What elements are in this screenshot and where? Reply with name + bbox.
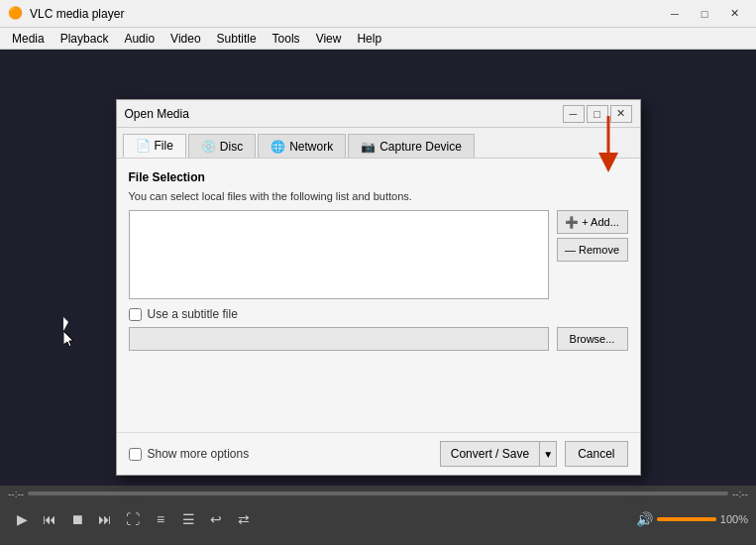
tab-disc[interactable]: 💿 Disc (188, 134, 256, 158)
arrow-indicator (589, 111, 628, 183)
file-list-area: ➕ + Add... — Remove (129, 210, 628, 299)
remove-button[interactable]: — Remove (557, 238, 628, 262)
app-title: VLC media player (30, 7, 661, 21)
extended-button[interactable]: ≡ (147, 507, 174, 531)
dialog-actions: Convert / Save ▼ Cancel (440, 441, 628, 467)
convert-save-arrow[interactable]: ▼ (539, 441, 557, 467)
dialog-title-bar: Open Media ─ □ ✕ (117, 100, 640, 128)
svg-marker-0 (63, 331, 73, 347)
subtitle-section: Use a subtitle file Browse... (129, 307, 628, 351)
tab-file-label: File (155, 139, 173, 153)
dialog-tabs: 📄 File 💿 Disc 🌐 Network 📷 Capture Device (117, 128, 640, 158)
convert-save-button[interactable]: Convert / Save (440, 441, 539, 467)
spacer (129, 351, 628, 420)
browse-button[interactable]: Browse... (557, 327, 628, 351)
shuffle-button[interactable]: ⇄ (230, 507, 258, 531)
close-button[interactable]: ✕ (720, 3, 748, 25)
skip-forward-button[interactable]: ⏭ (91, 507, 119, 531)
fullscreen-button[interactable]: ⛶ (119, 507, 147, 531)
volume-icon: 🔊 (636, 511, 653, 527)
remove-label: — Remove (565, 244, 619, 256)
menu-help[interactable]: Help (349, 30, 389, 48)
cancel-button[interactable]: Cancel (565, 441, 627, 467)
show-more-checkbox[interactable] (129, 448, 142, 461)
menu-view[interactable]: View (308, 30, 350, 48)
volume-percent: 100% (720, 513, 748, 525)
menu-audio[interactable]: Audio (116, 30, 162, 48)
time-elapsed: --:-- (8, 489, 24, 499)
subtitle-checkbox-row: Use a subtitle file (129, 307, 628, 321)
skip-back-button[interactable]: ⏮ (36, 507, 63, 531)
file-selection-heading: File Selection (129, 170, 628, 184)
show-more-label[interactable]: Show more options (148, 447, 250, 461)
subtitle-file-input[interactable] (129, 327, 549, 351)
subtitle-checkbox[interactable] (129, 308, 142, 321)
disc-tab-icon: 💿 (201, 140, 216, 154)
add-icon: ➕ (565, 216, 579, 229)
tab-capture-label: Capture Device (379, 140, 462, 154)
show-more-row: Show more options (129, 447, 250, 461)
menu-playback[interactable]: Playback (53, 30, 117, 48)
file-list-buttons: ➕ + Add... — Remove (557, 210, 628, 299)
tab-file[interactable]: 📄 File (123, 134, 186, 158)
menu-bar: Media Playback Audio Video Subtitle Tool… (0, 28, 756, 50)
file-list-box[interactable] (129, 210, 549, 299)
menu-tools[interactable]: Tools (265, 30, 308, 48)
open-media-dialog: Open Media ─ □ ✕ 📄 File 💿 Disc (116, 99, 641, 476)
volume-area: 🔊 100% (636, 511, 748, 527)
add-button[interactable]: ➕ + Add... (557, 210, 628, 234)
tab-network[interactable]: 🌐 Network (258, 134, 346, 158)
title-bar: 🟠 VLC media player ─ □ ✕ (0, 0, 756, 28)
progress-bar-area: --:-- --:-- (0, 486, 756, 501)
repeat-button[interactable]: ↩ (202, 507, 230, 531)
controls-row: ▶ ⏮ ⏹ ⏭ ⛶ ≡ ☰ ↩ ⇄ 🔊 100% (0, 501, 756, 537)
tab-capture[interactable]: 📷 Capture Device (348, 134, 475, 158)
dialog-minimize-button[interactable]: ─ (563, 105, 585, 123)
file-selection-desc: You can select local files with the foll… (129, 190, 628, 202)
stop-button[interactable]: ⏹ (63, 507, 91, 531)
tab-disc-label: Disc (220, 140, 243, 154)
file-tab-icon: 📄 (136, 139, 151, 153)
subtitle-checkbox-label[interactable]: Use a subtitle file (148, 307, 238, 321)
progress-track[interactable] (28, 491, 728, 495)
play-button[interactable]: ▶ (8, 507, 36, 531)
volume-fill (657, 517, 716, 521)
vlc-video-area: Open Media ─ □ ✕ 📄 File 💿 Disc (0, 50, 756, 505)
network-tab-icon: 🌐 (270, 140, 285, 154)
svg-marker-2 (598, 153, 618, 172)
maximize-button[interactable]: □ (691, 3, 718, 25)
dialog-content: File Selection You can select local file… (117, 158, 640, 432)
tab-network-label: Network (289, 140, 333, 154)
app-icon: 🟠 (8, 6, 24, 22)
window-controls: ─ □ ✕ (661, 3, 748, 25)
dialog-title: Open Media (125, 107, 561, 121)
vlc-controls: --:-- --:-- ▶ ⏮ ⏹ ⏭ ⛶ ≡ ☰ ↩ ⇄ 🔊 100% (0, 486, 756, 545)
mouse-cursor (63, 317, 75, 335)
menu-media[interactable]: Media (4, 30, 53, 48)
playlist-button[interactable]: ☰ (174, 507, 202, 531)
add-label: + Add... (582, 216, 619, 228)
menu-video[interactable]: Video (162, 30, 208, 48)
capture-tab-icon: 📷 (361, 140, 376, 154)
minimize-button[interactable]: ─ (661, 3, 689, 25)
time-total: --:-- (732, 489, 748, 499)
convert-save-dropdown: Convert / Save ▼ (440, 441, 557, 467)
volume-bar[interactable] (657, 517, 716, 521)
menu-subtitle[interactable]: Subtitle (209, 30, 265, 48)
subtitle-input-row: Browse... (129, 327, 628, 351)
dialog-bottom-area: Show more options Convert / Save ▼ Cance… (117, 432, 640, 475)
